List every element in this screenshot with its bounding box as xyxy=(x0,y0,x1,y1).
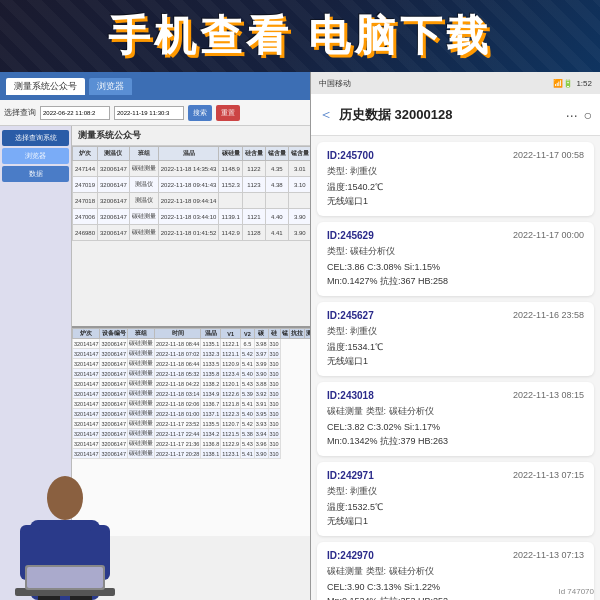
bcol-v5: 硅 xyxy=(268,329,280,339)
mobile-card[interactable]: ID:245627 2022-11-16 23:58 类型: 剥重仪 温度:15… xyxy=(317,302,594,376)
bcol-time: 时间 xyxy=(154,329,200,339)
bcell-8: 310 xyxy=(268,389,280,399)
toolbar-label: 选择查询 xyxy=(4,107,36,118)
bcell-8: 310 xyxy=(268,339,280,349)
upper-table-wrap[interactable]: 炉次 测温仪 班组 温品 碳硅量 硅含量 锰含量 锰含量 抗拉 硬度 xyxy=(72,146,310,326)
bcell-6: 5.41 xyxy=(241,399,255,409)
table-row: 3201414732006147碳硅测量2022-11-17 20:281138… xyxy=(73,449,311,459)
right-panel: 中国移动 📶🔋 1:52 ＜ 历史数据 32000128 ··· ○ ID:24… xyxy=(310,72,600,600)
bcell-5: 1121.1 xyxy=(221,349,241,359)
cell-v1: 1148.9 xyxy=(219,161,242,177)
card-date: 2022-11-17 00:58 xyxy=(513,150,584,161)
sidebar-item-data[interactable]: 数据 xyxy=(2,166,69,182)
back-button[interactable]: ＜ xyxy=(319,106,333,124)
bcell-3: 2022-11-17 21:36 xyxy=(154,439,200,449)
svg-rect-8 xyxy=(27,567,103,588)
cell-group: 测温仪 xyxy=(129,193,158,209)
bcell-6: 5.42 xyxy=(241,349,255,359)
bcell-0: 32014147 xyxy=(73,389,100,399)
card-data1: CEL:3.90 C:3.13% Si:1.22% xyxy=(327,581,584,595)
bcell-6: 5.39 xyxy=(241,389,255,399)
cell-v1 xyxy=(219,193,242,209)
bcell-0: 32014147 xyxy=(73,369,100,379)
bcell-1: 32006147 xyxy=(100,349,127,359)
cell-group: 碳硅测量 xyxy=(129,209,158,225)
mobile-card[interactable]: ID:242971 2022-11-13 07:15 类型: 剥重仪 温度:15… xyxy=(317,462,594,536)
left-panel: 测量系统公众号 浏览器 选择查询 搜索 重置 选择查询系统 浏览器 数据 xyxy=(0,72,310,600)
card-date: 2022-11-13 07:15 xyxy=(513,470,584,481)
card-data1: CEL:3.86 C:3.08% Si:1.15% xyxy=(327,261,584,275)
bcell-7: 3.92 xyxy=(254,389,268,399)
bcell-7: 3.97 xyxy=(254,349,268,359)
bcell-8: 310 xyxy=(268,379,280,389)
mobile-card[interactable]: ID:245700 2022-11-17 00:58 类型: 剥重仪 温度:15… xyxy=(317,142,594,216)
bcell-2: 碳硅测量 xyxy=(127,439,154,449)
bcell-7: 3.96 xyxy=(254,439,268,449)
main-content: 测量系统公众号 浏览器 选择查询 搜索 重置 选择查询系统 浏览器 数据 xyxy=(0,72,600,600)
date-from-input[interactable] xyxy=(40,106,110,120)
mobile-card[interactable]: ID:245629 2022-11-17 00:00 类型: 碳硅分析仪 CEL… xyxy=(317,222,594,296)
header-banner: 手机查看 电脑下载 xyxy=(0,0,600,72)
cell-id: 247019 xyxy=(73,177,98,193)
bcell-5: 1123.1 xyxy=(221,449,241,459)
bcell-0: 32014147 xyxy=(73,379,100,389)
cell-id: 247144 xyxy=(73,161,98,177)
mobile-status-right: 📶🔋 1:52 xyxy=(553,79,592,88)
bcell-7: 3.94 xyxy=(254,429,268,439)
mobile-header-icons: ··· ○ xyxy=(566,107,592,123)
cell-v2: 1123 xyxy=(242,177,265,193)
sidebar-item-browser[interactable]: 浏览器 xyxy=(2,148,69,164)
cell-time: 2022-11-18 01:41:52 xyxy=(158,225,219,241)
more-icon[interactable]: ··· xyxy=(566,107,578,123)
bcell-6: 5.38 xyxy=(241,429,255,439)
bcell-1: 32006147 xyxy=(100,389,127,399)
cell-v4: 3.01 xyxy=(288,161,310,177)
bcell-4: 1138.1 xyxy=(201,449,221,459)
mobile-card[interactable]: ID:243018 2022-11-13 08:15 碳硅测量 类型: 碳硅分析… xyxy=(317,382,594,456)
table-row: 3201414732006147碳硅测量2022-11-18 05:321135… xyxy=(73,369,311,379)
card-header: ID:242970 2022-11-13 07:13 xyxy=(327,550,584,561)
ui-toolbar: 选择查询 搜索 重置 xyxy=(0,100,310,126)
bcol-v4: 碳 xyxy=(254,329,268,339)
tab-active[interactable]: 测量系统公众号 xyxy=(6,78,85,95)
cell-v4: 3.90 xyxy=(288,225,310,241)
bcell-3: 2022-11-18 03:14 xyxy=(154,389,200,399)
tab-browser[interactable]: 浏览器 xyxy=(89,78,132,95)
cell-v2: 1128 xyxy=(242,225,265,241)
card-data1: 温度:1534.1℃ xyxy=(327,341,584,355)
bcell-1: 32006147 xyxy=(100,449,127,459)
sidebar-item-query[interactable]: 选择查询系统 xyxy=(2,130,69,146)
bcell-8: 310 xyxy=(268,369,280,379)
cell-group: 碳硅测量 xyxy=(129,225,158,241)
bcell-5: 1120.9 xyxy=(221,359,241,369)
table-row: 247006 32006147 碳硅测量 2022-11-18 03:44:10… xyxy=(73,209,311,225)
cell-device: 32006147 xyxy=(98,225,130,241)
card-date: 2022-11-17 00:00 xyxy=(513,230,584,241)
cell-v3: 4.41 xyxy=(265,225,288,241)
search-button[interactable]: 搜索 xyxy=(188,105,212,121)
cell-v4 xyxy=(288,193,310,209)
cell-time: 2022-11-18 09:41:43 xyxy=(158,177,219,193)
cell-device: 32006147 xyxy=(98,209,130,225)
bcell-4: 1135.5 xyxy=(201,419,221,429)
cell-v2: 1121 xyxy=(242,209,265,225)
table-row: 246980 32006147 碳硅测量 2022-11-18 01:41:52… xyxy=(73,225,311,241)
close-icon[interactable]: ○ xyxy=(584,107,592,123)
date-to-input[interactable] xyxy=(114,106,184,120)
ui-topbar: 测量系统公众号 浏览器 xyxy=(0,72,310,100)
table-row: 3201414732006147碳硅测量2022-11-18 02:061136… xyxy=(73,399,311,409)
card-date: 2022-11-16 23:58 xyxy=(513,310,584,321)
mobile-list[interactable]: ID:245700 2022-11-17 00:58 类型: 剥重仪 温度:15… xyxy=(311,136,600,600)
card-id: ID:245627 xyxy=(327,310,374,321)
card-data2: Mn:0.1427% 抗拉:367 HB:258 xyxy=(327,275,584,289)
bcell-8: 310 xyxy=(268,349,280,359)
bcell-3: 2022-11-18 01:00 xyxy=(154,409,200,419)
bcol-id: 炉次 xyxy=(73,329,100,339)
bcell-1: 32006147 xyxy=(100,439,127,449)
col-time: 温品 xyxy=(158,147,219,161)
card-header: ID:245700 2022-11-17 00:58 xyxy=(327,150,584,161)
mobile-card[interactable]: ID:242970 2022-11-13 07:13 碳硅测量 类型: 碳硅分析… xyxy=(317,542,594,600)
bcell-2: 碳硅测量 xyxy=(127,359,154,369)
reset-button[interactable]: 重置 xyxy=(216,105,240,121)
cell-time: 2022-11-18 14:35:43 xyxy=(158,161,219,177)
